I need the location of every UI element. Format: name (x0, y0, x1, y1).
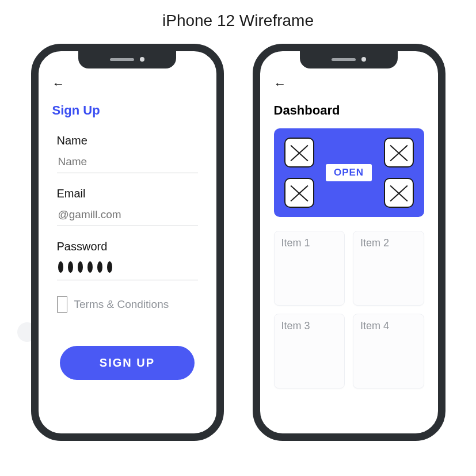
terms-row: Terms & Conditions (57, 296, 198, 313)
password-dot (87, 261, 93, 273)
placeholder-image-icon (284, 138, 314, 167)
phone-notch (78, 50, 176, 68)
placeholder-image-icon (384, 138, 414, 167)
page-title: iPhone 12 Wireframe (0, 0, 476, 30)
back-arrow-icon[interactable]: ← (274, 78, 287, 90)
back-arrow-icon[interactable]: ← (52, 78, 65, 90)
dashboard-heading: Dashboard (274, 103, 424, 118)
dashboard-item-card[interactable]: Item 2 (353, 231, 424, 306)
dashboard-hero-card: OPEN (274, 128, 424, 217)
email-field-group: Email (57, 187, 198, 226)
signup-button[interactable]: SIGN UP (60, 346, 195, 380)
password-input[interactable] (57, 259, 198, 280)
speaker-slot (332, 58, 356, 61)
password-dot (97, 261, 102, 273)
password-dot (78, 261, 83, 273)
password-dot (58, 261, 63, 273)
email-input[interactable] (57, 206, 198, 226)
signup-heading: Sign Up (52, 103, 203, 118)
phone-frame-dashboard: ← Dashboard OPEN Item 1 Item 2 Item 3 (253, 44, 445, 441)
placeholder-image-icon (384, 178, 414, 208)
placeholder-image-icon (284, 178, 314, 208)
terms-label: Terms & Conditions (74, 298, 169, 311)
dashboard-item-card[interactable]: Item 4 (353, 314, 424, 389)
dashboard-item-card[interactable]: Item 3 (274, 314, 345, 389)
item-label: Item 3 (281, 320, 338, 332)
front-camera-dot (140, 57, 144, 62)
speaker-slot (110, 58, 134, 61)
name-label: Name (57, 134, 198, 147)
phone-notch (300, 50, 398, 68)
password-label: Password (57, 240, 198, 253)
open-button[interactable]: OPEN (326, 164, 372, 181)
dashboard-item-card[interactable]: Item 1 (274, 231, 345, 306)
name-input[interactable] (57, 153, 198, 173)
terms-checkbox[interactable] (57, 296, 67, 313)
name-field-group: Name (57, 134, 198, 173)
item-label: Item 1 (281, 237, 338, 249)
dashboard-item-grid: Item 1 Item 2 Item 3 Item 4 (274, 231, 424, 389)
item-label: Item 2 (360, 237, 417, 249)
phone-frame-signup: ← Sign Up Name Email Password (31, 44, 224, 441)
password-dot (68, 261, 73, 273)
item-label: Item 4 (360, 320, 417, 332)
front-camera-dot (361, 57, 366, 62)
password-dot (107, 261, 112, 273)
email-label: Email (57, 187, 198, 200)
password-field-group: Password (57, 240, 198, 280)
